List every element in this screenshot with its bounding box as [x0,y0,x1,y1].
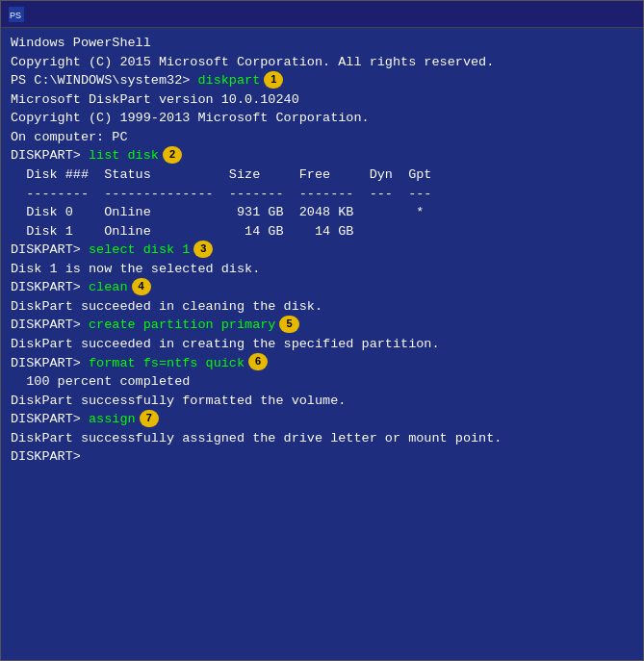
terminal-line: DISKPART> clean4 [11,278,633,297]
terminal-line: DISKPART> format fs=ntfs quick6 [11,354,633,373]
step-badge: 3 [193,241,213,258]
terminal-line: Disk 1 is now the selected disk. [11,260,633,279]
prompt-text: DISKPART> [11,242,89,257]
terminal-line: DISKPART> create partition primary5 [11,316,633,335]
step-badge: 1 [264,71,283,89]
terminal-line: DISKPART> assign7 [11,410,633,429]
command-text: list disk [89,148,159,163]
terminal-line: DiskPart succeeded in cleaning the disk. [11,297,633,317]
prompt-text: DISKPART> [11,356,89,370]
terminal-line: -------- -------------- ------- ------- … [11,185,633,204]
terminal-line: 100 percent completed [11,372,633,392]
command-text: diskpart [197,73,260,88]
step-badge: 7 [140,410,159,427]
terminal-line: Disk ### Status Size Free Dyn Gpt [11,165,633,185]
command-text: format fs=ntfs quick [89,356,245,370]
prompt-text: DISKPART> [11,318,89,332]
command-text: create partition primary [89,318,275,332]
prompt-text: DISKPART> [11,280,89,294]
terminal-line: Disk 1 Online 14 GB 14 GB [11,222,633,242]
terminal-line: Disk 0 Online 931 GB 2048 KB * [11,203,633,222]
prompt-text: DISKPART> [11,148,89,163]
command-text: clean [89,280,128,294]
step-badge: 2 [163,146,182,164]
terminal-line: DiskPart successfully assigned the drive… [11,429,633,448]
prompt-text: PS C:\WINDOWS\system32> [11,73,197,88]
terminal-content: Windows PowerShellCopyright (C) 2015 Mic… [1,28,643,660]
window-icon: PS [9,7,24,22]
step-badge: 4 [132,278,151,295]
title-bar: PS [1,1,643,28]
prompt-text: DISKPART> [11,449,89,464]
window-controls [556,5,635,24]
close-button[interactable] [610,5,635,24]
terminal-line: DiskPart successfully formatted the volu… [11,392,633,411]
terminal-line: Windows PowerShell [11,34,633,53]
terminal-line: DISKPART> select disk 13 [11,241,633,260]
restore-button[interactable] [583,5,608,24]
terminal-line: Copyright (C) 1999-2013 Microsoft Corpor… [11,109,633,128]
command-text: assign [89,412,136,426]
step-badge: 6 [248,353,268,370]
command-text: select disk 1 [89,242,190,257]
terminal-line: DISKPART> [11,447,633,467]
step-badge: 5 [279,316,298,333]
terminal-line: Microsoft DiskPart version 10.0.10240 [11,90,633,110]
terminal-line: DiskPart succeeded in creating the speci… [11,335,633,354]
prompt-text: DISKPART> [11,412,89,426]
terminal-line: PS C:\WINDOWS\system32> diskpart1 [11,71,633,90]
minimize-button[interactable] [556,5,581,24]
terminal-line: On computer: PC [11,128,633,147]
terminal-line: DISKPART> list disk2 [11,146,633,165]
window: PS Windows PowerShellCopyright (C) 2015 … [0,0,644,661]
terminal-line: Copyright (C) 2015 Microsoft Corporation… [11,53,633,72]
svg-text:PS: PS [10,11,21,20]
